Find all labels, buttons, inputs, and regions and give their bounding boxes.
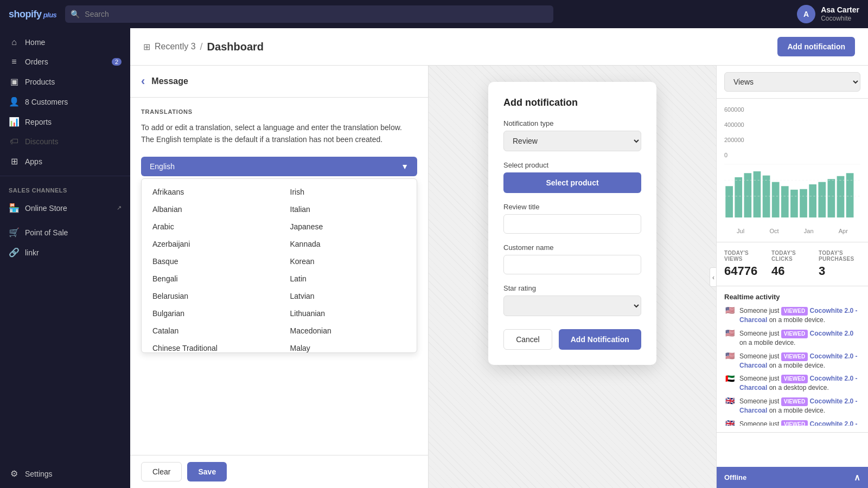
activity-item-2: 🇺🇸 Someone just VIEWED Cocowhite 2.0 - C…: [724, 352, 860, 370]
customer-name-input[interactable]: [503, 255, 641, 274]
activity-list: 🇺🇸 Someone just VIEWED Cocowhite 2.0 - C…: [724, 306, 860, 426]
lang-item-azerbaijani[interactable]: Azerbaijani: [142, 235, 279, 253]
user-menu[interactable]: A Asa Carter Cocowhite: [797, 5, 859, 23]
lang-item-korean[interactable]: Korean: [279, 253, 417, 270]
add-notification-button[interactable]: Add notification: [777, 37, 855, 56]
sidebar-item-settings[interactable]: ⚙ Settings: [0, 464, 130, 484]
chevron-down-icon: ▼: [401, 162, 409, 171]
lang-item-bulgarian[interactable]: Bulgarian: [142, 305, 279, 322]
activity-item-4: 🇬🇧 Someone just VIEWED Cocowhite 2.0 - C…: [724, 397, 860, 415]
chart-y-0: 0: [724, 152, 744, 158]
lang-item-japanese[interactable]: Japanese: [279, 218, 417, 235]
review-title-input[interactable]: [503, 214, 641, 234]
collapse-handle[interactable]: ‹: [710, 267, 716, 287]
svg-rect-4: [763, 176, 770, 217]
select-product-label: Select product: [503, 161, 641, 169]
viewed-badge-4: VIEWED: [781, 397, 808, 406]
center-area: Add notification Notification type Revie…: [429, 66, 716, 488]
breadcrumb-part1[interactable]: Recently 3: [155, 42, 196, 52]
activity-item-1: 🇺🇸 Someone just VIEWED Cocowhite 2.0 on …: [724, 329, 860, 348]
topbar: shopify plus 🔍 A Asa Carter Cocowhite: [0, 0, 868, 28]
activity-text-3: Someone just VIEWED Cocowhite 2.0 - Char…: [739, 374, 860, 393]
lang-item-afrikaans[interactable]: Afrikaans: [142, 183, 279, 201]
sidebar-label-pos: Point of Sale: [25, 228, 68, 237]
flag-ae: 🇦🇪: [724, 375, 735, 382]
search-bar[interactable]: 🔍: [65, 5, 553, 23]
sidebar-item-linkr[interactable]: 🔗 linkr: [0, 242, 130, 262]
sidebar-label-settings: Settings: [25, 470, 53, 478]
cancel-button[interactable]: Cancel: [503, 329, 552, 350]
lang-item-basque[interactable]: Basque: [142, 253, 279, 270]
customer-name-group: Customer name: [503, 243, 641, 274]
activity-item-5: 🇬🇧 Someone just VIEWED Cocowhite 2.0 - C…: [724, 420, 860, 426]
sidebar-item-apps[interactable]: ⊞ Apps: [0, 151, 130, 171]
lang-item-belarusian[interactable]: Belarusian: [142, 287, 279, 305]
back-button[interactable]: ‹: [141, 74, 145, 88]
message-panel: ‹ Message TRANSLATIONS To add or edit a …: [130, 66, 429, 488]
clear-button[interactable]: Clear: [141, 462, 182, 481]
chart-x-labels: Jul Oct Jan Apr: [724, 228, 860, 234]
lang-item-latvian[interactable]: Latvian: [279, 287, 417, 305]
language-dropdown-wrap: English ▼ Afrikaans Irish Albanian Itali…: [141, 157, 417, 353]
sidebar-item-products[interactable]: ▣ Products: [0, 72, 130, 92]
lang-item-bengali[interactable]: Bengali: [142, 270, 279, 287]
notification-type-select[interactable]: Review Purchase View Custom: [503, 131, 641, 151]
review-title-label: Review title: [503, 203, 641, 211]
right-panel: Views 600000 400000 200000 0: [716, 66, 868, 488]
sidebar-item-point-of-sale[interactable]: 🛒 Point of Sale: [0, 222, 130, 242]
chart-x-jan: Jan: [804, 228, 814, 234]
orders-icon: ≡: [9, 57, 20, 67]
lang-item-albanian[interactable]: Albanian: [142, 201, 279, 218]
review-title-group: Review title: [503, 203, 641, 234]
save-button[interactable]: Save: [187, 462, 227, 481]
lang-item-lithuanian[interactable]: Lithuanian: [279, 305, 417, 322]
discounts-icon: 🏷: [9, 137, 20, 146]
lang-item-malay[interactable]: Malay: [279, 339, 417, 352]
search-input[interactable]: [65, 5, 553, 23]
lang-item-italian[interactable]: Italian: [279, 201, 417, 218]
svg-rect-9: [809, 184, 816, 217]
lang-item-kannada[interactable]: Kannada: [279, 235, 417, 253]
add-notification-modal-button[interactable]: Add Notification: [559, 329, 641, 350]
sidebar-label-apps: Apps: [25, 157, 42, 166]
views-select[interactable]: Views: [724, 72, 860, 92]
chart-y-600000: 600000: [724, 106, 744, 113]
select-product-button[interactable]: Select product: [503, 172, 641, 193]
chart-svg: [724, 158, 860, 223]
content-area: ⊞ Recently 3 / Dashboard Add notificatio…: [130, 28, 868, 488]
svg-rect-11: [828, 179, 835, 217]
breadcrumb-icon: ⊞: [143, 42, 150, 52]
lang-item-irish[interactable]: Irish: [279, 183, 417, 201]
sidebar-item-home[interactable]: ⌂ Home: [0, 33, 130, 52]
activity-item-3: 🇦🇪 Someone just VIEWED Cocowhite 2.0 - C…: [724, 374, 860, 393]
star-rating-select[interactable]: 1 2 3 4 5: [503, 296, 641, 316]
online-store-external-icon: ↗: [117, 204, 122, 211]
lang-item-chinese-traditional[interactable]: Chinese Traditional: [142, 339, 279, 352]
sidebar-item-orders[interactable]: ≡ Orders 2: [0, 52, 130, 72]
activity-text-1: Someone just VIEWED Cocowhite 2.0 on a m…: [739, 329, 860, 348]
chart-y-200000: 200000: [724, 137, 744, 143]
page-title: Dashboard: [207, 41, 264, 53]
logo-plus: plus: [42, 11, 57, 19]
linkr-icon: 🔗: [9, 247, 20, 258]
sidebar-item-reports[interactable]: 📊 Reports: [0, 112, 130, 132]
offline-bar[interactable]: Offline ∧: [717, 467, 868, 488]
chart-x-apr: Apr: [839, 228, 848, 234]
stat-views: TODAY'S VIEWS 64776: [724, 250, 766, 278]
product-link-1[interactable]: Cocowhite 2.0: [810, 330, 854, 337]
lang-item-catalan[interactable]: Catalan: [142, 322, 279, 339]
svg-rect-7: [790, 190, 798, 217]
header-actions: Add notification: [777, 37, 855, 56]
sidebar-item-online-store[interactable]: 🏪 Online Store: [9, 198, 117, 218]
svg-rect-1: [735, 177, 742, 217]
stat-clicks-label: TODAY'S CLICKS: [771, 250, 813, 262]
sidebar-item-customers[interactable]: 👤 8 Customers: [0, 92, 130, 112]
panel-footer: Clear Save: [130, 455, 428, 488]
language-dropdown[interactable]: English ▼: [141, 157, 417, 176]
stat-purchases: TODAY'S PURCHASES 3: [819, 250, 860, 278]
user-info: Asa Carter Cocowhite: [821, 5, 859, 22]
lang-item-latin[interactable]: Latin: [279, 270, 417, 287]
sidebar-label-orders: Orders: [25, 57, 48, 66]
lang-item-arabic[interactable]: Arabic: [142, 218, 279, 235]
lang-item-macedonian[interactable]: Macedonian: [279, 322, 417, 339]
